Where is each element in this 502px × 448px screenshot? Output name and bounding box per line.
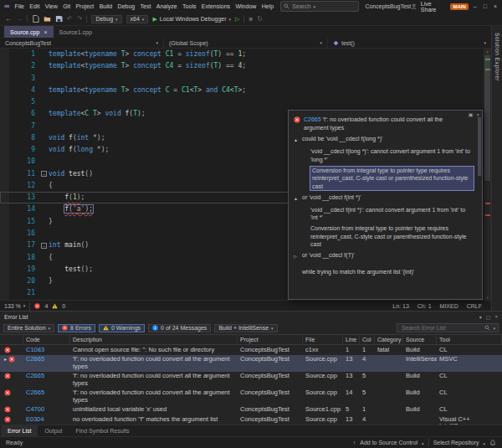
error-code-link[interactable]: E0304 [23,416,70,424]
column-header-severity[interactable] [0,335,23,344]
menu-item-debug[interactable]: Debug [115,0,137,13]
column-header-line[interactable]: Line [343,335,360,344]
warnings-filter-button[interactable]: 0 Warnings [99,324,145,332]
column-header-category[interactable]: Category [375,335,403,344]
error-row[interactable]: C1083Cannot open source file: '': No suc… [0,345,502,355]
nav-project-dropdown[interactable]: ConceptsBugTest▾ [0,38,164,48]
error-code-link[interactable]: C2665 [23,356,70,363]
menu-item-file[interactable]: File [12,0,27,13]
error-line: 5 [343,406,360,414]
code-line[interactable]: 1template<typename T> concept C1 = sizeo… [0,49,491,60]
panel-tab-error-list[interactable]: Error List [1,425,38,436]
start-debugging-button[interactable]: ▶ Local Windows Debugger ▾ [152,16,231,23]
tooltip-scrollbar[interactable] [478,117,481,176]
errors-filter-button[interactable]: 8 Errors [58,324,95,332]
minimize-button[interactable]: – [472,3,479,9]
new-file-icon[interactable] [32,15,39,23]
menu-item-project[interactable]: Project [73,0,96,13]
error-row[interactable]: C4700uninitialized local variable 'x' us… [0,405,502,415]
live-share-icon[interactable] [411,3,417,10]
error-list-search-box[interactable]: ▾ [397,323,499,332]
popout-icon[interactable]: ▣ [469,111,474,120]
menu-item-analyze[interactable]: Analyze [154,0,180,13]
global-search-box[interactable]: Search ▾ [280,1,359,12]
menu-item-extensions[interactable]: Extensions [199,0,233,13]
code-line[interactable]: 4template<typename T> concept C = C1<T> … [0,85,491,96]
error-code-link[interactable]: C2665 [23,389,70,397]
caret-status: Ln: 13 Ch: 1 MIXED CRLF [392,303,487,309]
column-header-code[interactable]: Code [23,335,70,344]
column-header-col[interactable]: Col [360,335,375,344]
chevron-down-icon[interactable]: ▾ [479,314,482,320]
close-button[interactable]: × [492,3,499,9]
menu-item-window[interactable]: Window [233,0,259,13]
document-warning-count[interactable]: 0 [62,303,65,309]
live-share-button[interactable]: Live Share [421,1,448,13]
expander-icon[interactable]: ▷ [294,251,300,261]
error-code-link[interactable]: C4700 [23,406,70,414]
maximize-button[interactable]: □ [482,3,489,9]
nav-member-value: test() [341,40,355,46]
panel-tab-find-symbol-results[interactable]: Find Symbol Results [69,425,136,436]
error-list-search-input[interactable] [400,324,482,332]
error-code-link[interactable]: C2665 [304,116,321,122]
collapse-region-icon[interactable]: - [41,171,47,177]
error-row[interactable]: ▸C2665'f': no overloaded function could … [0,355,502,372]
code-line[interactable]: 5 [0,96,491,108]
panel-title-bar[interactable]: Error List ▾ ▢ × [0,312,502,322]
menu-item-view[interactable]: View [43,0,60,13]
menu-item-test[interactable]: Test [137,0,153,13]
save-icon[interactable] [55,15,63,23]
error-code-link[interactable]: C2665 [23,373,70,380]
open-folder-icon[interactable] [44,15,51,23]
navigate-back-icon[interactable]: ← [5,16,12,23]
redo-icon[interactable]: ↷ [77,16,83,23]
scroll-up-icon[interactable]: ▴ [484,49,491,54]
source-filter-dropdown[interactable]: Build + IntelliSense▾ [214,324,277,332]
editor-scrollbar[interactable]: ▴ ▾ [484,49,491,300]
menu-item-git[interactable]: Git [60,0,73,13]
scrollbar-thumb[interactable] [484,55,490,181]
title-bar: ∞ FileEditViewGitProjectBuildDebugTestAn… [0,0,502,13]
menu-item-help[interactable]: Help [259,0,277,13]
solution-configuration-dropdown[interactable]: Debug▾ [91,15,121,23]
nav-member-dropdown[interactable]: test()▾ [328,38,491,48]
navigate-forward-icon[interactable]: → [16,16,23,23]
column-header-source[interactable]: Source [403,335,437,344]
error-row[interactable]: C2665'f': no overloaded function could c… [0,389,502,405]
collapse-region-icon[interactable]: - [41,243,47,249]
start-without-debugging-icon[interactable]: ▷ [235,16,239,23]
nav-scope-dropdown[interactable]: (Global Scope)▾ [164,38,328,48]
add-to-source-control-button[interactable]: Add to Source Control [360,440,417,445]
solution-explorer-collapsed-tab[interactable]: Solution Explorer [491,26,502,311]
document-tab-source1-cpp[interactable]: Source1.cpp [54,26,98,38]
zoom-dropdown[interactable]: 133 %▾ [4,303,25,309]
column-header-description[interactable]: Description [70,335,238,344]
undo-icon[interactable]: ↶ [67,16,73,23]
chevron-down-icon: ▾ [142,17,145,22]
notifications-bell-icon[interactable] [489,440,496,446]
document-error-count[interactable]: 4 [44,303,48,309]
messages-filter-button[interactable]: 0 of 24 Messages [148,324,211,332]
error-row[interactable]: C2665'f': no overloaded function could c… [0,372,502,389]
stop-icon: ■ [248,16,253,23]
scope-filter-dropdown[interactable]: Entire Solution▾ [3,324,54,332]
menu-item-tools[interactable]: Tools [180,0,199,13]
code-line[interactable]: 2template<typename T> concept C4 = sizeo… [0,60,491,72]
code-line[interactable]: 3 [0,73,491,85]
panel-tab-output[interactable]: Output [38,425,69,436]
solution-platform-dropdown[interactable]: x64▾ [126,15,149,23]
close-icon[interactable]: × [44,29,47,35]
column-header-file[interactable]: File [303,335,343,344]
menu-item-build[interactable]: Build [96,0,115,13]
expander-icon[interactable]: ▲ [294,135,300,145]
select-repository-button[interactable]: Select Repository [433,440,479,445]
close-icon[interactable]: × [494,314,498,320]
document-tab-source-cpp[interactable]: Source.cpp× [4,26,54,38]
restore-icon[interactable]: ▢ [486,314,491,320]
error-code-link[interactable]: C1083 [23,347,70,354]
expander-icon[interactable]: ▲ [294,193,300,203]
menu-item-edit[interactable]: Edit [27,0,42,13]
column-header-project[interactable]: Project [238,335,303,344]
column-header-tool[interactable]: Tool [437,335,502,344]
